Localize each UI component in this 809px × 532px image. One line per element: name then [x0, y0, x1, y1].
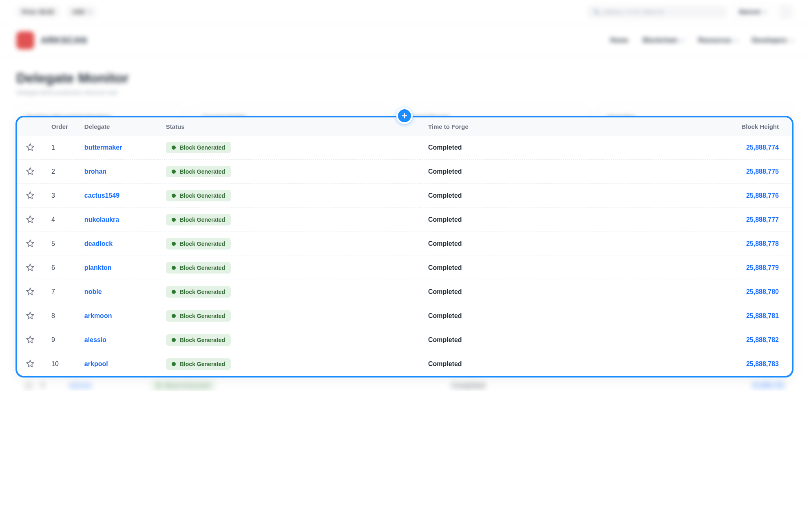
status-label: Block Generated	[180, 265, 225, 271]
status-dot-icon	[172, 290, 176, 294]
status-label: Block Generated	[180, 168, 225, 175]
star-icon	[26, 287, 34, 296]
brand-name: ARKSCAN	[41, 35, 87, 46]
delegate-link[interactable]: buttermaker	[84, 144, 122, 151]
status-dot-icon	[172, 314, 176, 318]
chevron-down-icon	[680, 38, 685, 42]
delegate-link[interactable]: arkpool	[84, 360, 108, 367]
block-height-link[interactable]: 25,888,779	[746, 264, 779, 271]
favorite-star-button[interactable]	[25, 311, 35, 320]
order-value: 8	[43, 304, 76, 328]
delegate-link[interactable]: cactus1549	[84, 192, 119, 199]
status-badge: Block Generated	[166, 310, 231, 322]
top-utility-bar: Price: $0.83 USD 🔍 Address / Tx ID / Blo…	[0, 0, 809, 24]
time-to-forge: Completed	[420, 304, 603, 328]
status-badge: Block Generated	[166, 190, 231, 201]
block-height-link[interactable]: 25,888,777	[746, 216, 779, 223]
order-value: 4	[43, 208, 76, 232]
status-dot-icon	[157, 384, 161, 388]
table-row: 1 buttermaker Block Generated Completed …	[17, 136, 792, 160]
delegate-link[interactable]: deadlock	[84, 240, 113, 247]
chevron-down-icon	[763, 9, 767, 13]
block-height-link[interactable]: 25,888,778	[746, 240, 779, 247]
order-value: 3	[43, 184, 76, 208]
status-badge: Block Generated	[166, 166, 231, 177]
status-label: Block Generated	[180, 313, 225, 319]
block-height-link[interactable]: 25,888,780	[746, 288, 779, 295]
favorite-star-button[interactable]	[25, 335, 35, 344]
order-value: 10	[43, 352, 76, 376]
favorite-star-button[interactable]	[25, 287, 35, 296]
time-to-forge: Completed	[420, 136, 603, 160]
chevron-down-icon	[789, 38, 794, 42]
favorite-star-button[interactable]	[25, 238, 35, 248]
table-row: 8 arkmoon Block Generated Completed 25,8…	[17, 304, 792, 328]
delegate-link[interactable]: noble	[84, 288, 102, 295]
block-height-link[interactable]: 25,888,781	[746, 312, 779, 319]
table-row: 10 arkpool Block Generated Completed 25,…	[17, 352, 792, 376]
status-label: Block Generated	[180, 361, 225, 367]
add-button[interactable]	[396, 108, 413, 124]
favorite-star-button[interactable]	[25, 359, 35, 369]
order-value: 2	[43, 160, 76, 184]
status-label: Block Generated	[180, 192, 225, 199]
favorite-star-button[interactable]	[25, 190, 35, 200]
search-icon: 🔍	[593, 9, 600, 15]
status-dot-icon	[172, 242, 176, 246]
nav-developers: Developers	[752, 37, 793, 44]
column-time: Time to Forge	[420, 117, 603, 136]
delegate-monitor-table-panel: Order Delegate Status Time to Forge Bloc…	[15, 116, 794, 377]
favorite-star-button[interactable]	[25, 142, 35, 152]
delegate-link[interactable]: arkmoon	[84, 312, 112, 319]
delegate-link[interactable]: brohan	[84, 168, 106, 175]
table-row: 6 plankton Block Generated Completed 25,…	[17, 256, 792, 280]
settings-icon	[779, 5, 793, 19]
favorite-star-button[interactable]	[25, 166, 35, 176]
order-value: 1	[43, 136, 76, 160]
status-label: Block Generated	[180, 289, 225, 295]
block-height-link[interactable]: 25,888,775	[746, 168, 779, 175]
block-height-link[interactable]: 25,888,782	[746, 336, 779, 343]
table-row: 7 noble Block Generated Completed 25,888…	[17, 280, 792, 304]
time-to-forge: Completed	[420, 256, 603, 280]
table-row: 5 deadlock Block Generated Completed 25,…	[17, 232, 792, 256]
status-dot-icon	[172, 338, 176, 342]
star-icon	[26, 167, 34, 175]
delegate-table: Order Delegate Status Time to Forge Bloc…	[17, 117, 792, 376]
status-badge: Block Generated	[166, 238, 231, 249]
block-height-link[interactable]: 25,888,783	[746, 360, 779, 367]
currency-selector: USD	[67, 6, 96, 18]
time-to-forge: Completed	[420, 184, 603, 208]
favorite-star-button[interactable]	[25, 263, 35, 272]
delegate-link[interactable]: plankton	[84, 264, 112, 271]
page-subtitle: Delegate block production observer tool.	[16, 89, 793, 96]
time-to-forge: Completed	[420, 352, 603, 376]
column-order: Order	[43, 117, 76, 136]
favorite-star-button[interactable]	[25, 214, 35, 224]
star-icon	[26, 191, 34, 199]
delegate-link[interactable]: alessio	[84, 336, 106, 343]
status-badge: Block Generated	[151, 380, 216, 391]
block-height-link[interactable]: 25,888,776	[746, 192, 779, 199]
table-row: 3 cactus1549 Block Generated Completed 2…	[17, 184, 792, 208]
time-to-forge: Completed	[420, 208, 603, 232]
status-dot-icon	[172, 266, 176, 270]
star-icon	[26, 360, 34, 368]
status-label: Block Generated	[180, 216, 225, 223]
star-icon	[26, 143, 34, 151]
star-icon	[26, 336, 34, 344]
chevron-down-icon	[87, 9, 91, 13]
network-selector: Mainnet	[732, 6, 773, 18]
main-navigation: ARKSCAN Home Blockchain Resources Develo…	[0, 24, 809, 57]
status-label: Block Generated	[180, 144, 225, 151]
star-icon	[26, 263, 34, 272]
status-label: Block Generated	[180, 337, 225, 343]
star-icon	[26, 239, 34, 247]
block-height-link[interactable]: 25,888,774	[746, 144, 779, 151]
time-to-forge: Completed	[420, 280, 603, 304]
delegate-link[interactable]: nukolaukra	[84, 216, 119, 223]
status-badge: Block Generated	[166, 142, 231, 153]
table-row: 9 alessio Block Generated Completed 25,8…	[17, 328, 792, 352]
nav-home: Home	[610, 37, 628, 44]
table-row: 4 nukolaukra Block Generated Completed 2…	[17, 208, 792, 232]
